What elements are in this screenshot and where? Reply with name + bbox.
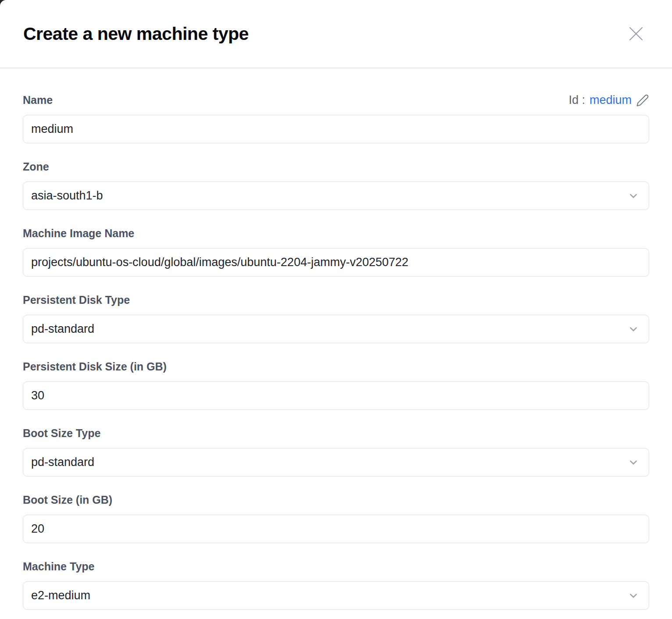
machine-image-name-input[interactable] [23,248,649,277]
field-group-boot-size: Boot Size (in GB) [23,493,649,543]
create-machine-type-modal: Create a new machine type Name Id : medi… [0,0,672,619]
chevron-down-icon [628,457,639,468]
modal-header: Create a new machine type [0,0,672,68]
chevron-down-icon [628,324,639,335]
boot-size-input[interactable] [23,515,649,543]
boot-size-label: Boot Size (in GB) [23,493,649,507]
boot-size-type-selected-value: pd-standard [31,455,94,469]
persistent-disk-type-selected-value: pd-standard [31,322,94,336]
name-input[interactable] [23,115,649,143]
pencil-icon [636,94,649,107]
chevron-down-icon [628,590,639,601]
boot-size-type-label: Boot Size Type [23,427,649,440]
zone-select[interactable]: asia-south1-b [23,181,649,210]
persistent-disk-type-select[interactable]: pd-standard [23,315,649,343]
field-group-machine-type: Machine Type e2-medium [23,560,649,610]
close-button[interactable] [626,24,646,43]
persistent-disk-type-label: Persistent Disk Type [23,293,649,307]
machine-image-name-label: Machine Image Name [23,227,649,240]
field-group-persistent-disk-type: Persistent Disk Type pd-standard [23,293,649,343]
name-label-row: Name Id : medium [23,93,649,115]
edit-id-button[interactable] [636,94,649,107]
field-group-boot-size-type: Boot Size Type pd-standard [23,427,649,477]
boot-size-type-select[interactable]: pd-standard [23,448,649,477]
zone-selected-value: asia-south1-b [31,189,103,203]
page-title: Create a new machine type [23,24,249,44]
field-group-persistent-disk-size: Persistent Disk Size (in GB) [23,360,649,410]
close-icon [628,26,644,42]
field-group-machine-image-name: Machine Image Name [23,227,649,277]
name-label: Name [23,93,53,107]
machine-type-select[interactable]: e2-medium [23,581,649,610]
modal-body: Name Id : medium Zone asia-south1-b [0,68,672,619]
field-group-name: Name Id : medium [23,93,649,143]
id-row: Id : medium [568,93,649,107]
chevron-down-icon [628,190,639,202]
zone-label: Zone [23,160,649,174]
machine-type-selected-value: e2-medium [31,589,90,602]
field-group-zone: Zone asia-south1-b [23,160,649,210]
id-label: Id : [568,93,585,107]
id-value[interactable]: medium [590,93,632,107]
persistent-disk-size-input[interactable] [23,381,649,410]
machine-type-label: Machine Type [23,560,649,573]
persistent-disk-size-label: Persistent Disk Size (in GB) [23,360,649,374]
